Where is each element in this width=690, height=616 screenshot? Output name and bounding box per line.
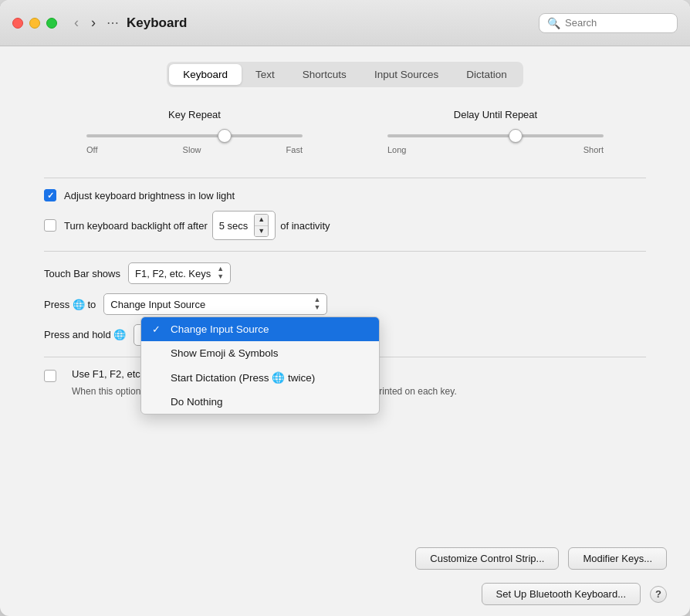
keyboard-window: ‹ › ⋯ Keyboard 🔍 Keyboard Text Shortcuts… <box>0 0 690 616</box>
delay-long: Long <box>387 145 406 154</box>
tab-dictation[interactable]: Dictation <box>452 64 521 85</box>
touch-bar-value: F1, F2, etc. Keys <box>135 268 211 279</box>
brightness-label: Adjust keyboard brightness in low light <box>64 190 235 201</box>
backlight-checkbox[interactable] <box>44 219 56 232</box>
press-globe-value: Change Input Source <box>110 299 205 310</box>
backlight-label: Turn keyboard backlight off after <box>64 220 208 232</box>
touch-bar-dropdown[interactable]: F1, F2, etc. Keys ▲ ▼ <box>128 262 231 284</box>
nav-buttons: ‹ › <box>69 13 100 32</box>
key-repeat-group: Key Repeat Off Slow Fast <box>86 109 303 156</box>
key-repeat-ticks: Off Slow Fast <box>86 144 303 156</box>
tab-bar: Keyboard Text Shortcuts Input Sources Di… <box>167 62 523 87</box>
key-repeat-slider[interactable] <box>86 134 303 137</box>
modifier-button[interactable]: Modifier Keys... <box>568 547 667 570</box>
forward-button[interactable]: › <box>86 13 100 32</box>
close-button[interactable] <box>12 18 23 29</box>
press-hold-label: Press and hold 🌐 <box>44 329 126 340</box>
key-repeat-track <box>86 128 303 144</box>
press-globe-label: Press 🌐 to <box>44 299 96 310</box>
divider-1 <box>44 178 646 178</box>
backlight-arrows[interactable]: ▲ ▼ <box>254 214 269 237</box>
delay-repeat-slider[interactable] <box>387 134 604 137</box>
delay-repeat-ticks: Long Short <box>387 144 604 156</box>
dropdown-label-emoji: Show Emoji & Symbols <box>171 347 279 359</box>
settings-body: Key Repeat Off Slow Fast Delay Until Rep… <box>44 109 646 398</box>
tab-shortcuts[interactable]: Shortcuts <box>289 64 360 85</box>
check-icon-change-input: ✓ <box>152 323 167 335</box>
press-globe-dropdown-menu: ✓ Change Input Source Show Emoji & Symbo… <box>140 316 380 415</box>
backlight-value: 5 secs <box>219 220 249 232</box>
tab-input-sources[interactable]: Input Sources <box>360 64 452 85</box>
key-repeat-label: Key Repeat <box>168 109 221 120</box>
sliders-row: Key Repeat Off Slow Fast Delay Until Rep… <box>44 109 646 156</box>
press-globe-dropdown[interactable]: Change Input Source ▲ ▼ <box>103 293 327 315</box>
delay-repeat-label: Delay Until Repeat <box>454 109 537 120</box>
backlight-row: Turn keyboard backlight off after 5 secs… <box>44 211 646 240</box>
backlight-stepper-box[interactable]: 5 secs ▲ ▼ <box>212 211 276 240</box>
touch-bar-arrows[interactable]: ▲ ▼ <box>217 266 224 281</box>
help-button[interactable]: ? <box>650 586 667 603</box>
maximize-button[interactable] <box>46 18 57 29</box>
brightness-row: Adjust keyboard brightness in low light <box>44 189 646 201</box>
bluetooth-button[interactable]: Set Up Bluetooth Keyboard... <box>482 583 641 605</box>
key-repeat-fast: Fast <box>286 145 303 154</box>
press-globe-row: Press 🌐 to Change Input Source ▲ ▼ ✓ Cha… <box>44 293 646 315</box>
fn-checkbox[interactable] <box>44 370 56 382</box>
bottom-buttons: Customize Control Strip... Modifier Keys… <box>415 547 667 570</box>
dropdown-item-dictation[interactable]: Start Dictation (Press 🌐 twice) <box>141 365 379 390</box>
backlight-suffix: of inactivity <box>280 220 330 232</box>
backlight-down-arrow[interactable]: ▼ <box>255 226 268 237</box>
dropdown-item-change-input[interactable]: ✓ Change Input Source <box>141 317 379 341</box>
backlight-stepper-inline: Turn keyboard backlight off after 5 secs… <box>64 211 330 240</box>
traffic-lights <box>12 18 57 29</box>
press-globe-arrows[interactable]: ▲ ▼ <box>313 296 320 312</box>
key-repeat-slow: Slow <box>183 145 201 154</box>
brightness-checkbox[interactable] <box>44 189 56 201</box>
title-bar: ‹ › ⋯ Keyboard 🔍 <box>0 0 690 46</box>
divider-2 <box>44 251 646 252</box>
touch-bar-label: Touch Bar shows <box>44 268 120 279</box>
search-icon: 🔍 <box>547 17 560 29</box>
touch-bar-row: Touch Bar shows F1, F2, etc. Keys ▲ ▼ <box>44 262 646 284</box>
customize-button[interactable]: Customize Control Strip... <box>415 547 559 570</box>
backlight-up-arrow[interactable]: ▲ <box>255 215 268 226</box>
delay-repeat-group: Delay Until Repeat Long Short <box>387 109 604 156</box>
dropdown-item-nothing[interactable]: Do Nothing <box>141 390 379 414</box>
search-input[interactable] <box>565 17 669 29</box>
search-box[interactable]: 🔍 <box>539 13 678 33</box>
back-button[interactable]: ‹ <box>69 13 83 32</box>
very-bottom: Set Up Bluetooth Keyboard... ? <box>482 583 667 605</box>
tab-text[interactable]: Text <box>242 64 289 85</box>
key-repeat-off: Off <box>86 145 97 154</box>
delay-short: Short <box>583 145 604 154</box>
tab-keyboard[interactable]: Keyboard <box>169 64 242 85</box>
content-area: Keyboard Text Shortcuts Input Sources Di… <box>0 46 690 616</box>
minimize-button[interactable] <box>29 18 40 29</box>
window-title: Keyboard <box>127 15 187 31</box>
dropdown-label-change-input: Change Input Source <box>171 323 269 335</box>
grid-button[interactable]: ⋯ <box>107 15 119 30</box>
dropdown-label-dictation: Start Dictation (Press 🌐 twice) <box>171 371 315 384</box>
dropdown-label-nothing: Do Nothing <box>171 396 223 408</box>
dropdown-item-emoji[interactable]: Show Emoji & Symbols <box>141 341 379 365</box>
delay-repeat-track <box>387 128 604 144</box>
tabs-container: Keyboard Text Shortcuts Input Sources Di… <box>23 62 667 87</box>
